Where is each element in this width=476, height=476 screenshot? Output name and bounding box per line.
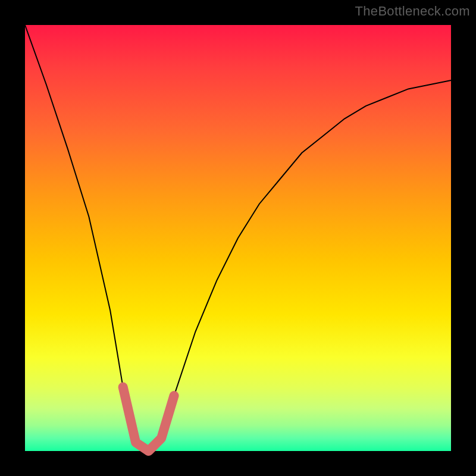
watermark-text: TheBottleneck.com bbox=[355, 4, 470, 19]
stage: TheBottleneck.com bbox=[0, 0, 476, 476]
plot-area bbox=[25, 25, 451, 451]
highlight-segment bbox=[123, 387, 174, 451]
curve-svg bbox=[25, 25, 451, 451]
bottleneck-curve bbox=[25, 25, 451, 451]
